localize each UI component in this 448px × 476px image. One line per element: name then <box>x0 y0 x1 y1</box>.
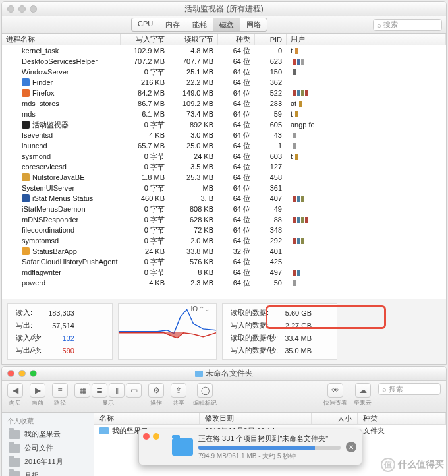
path-button[interactable]: ≡ <box>52 383 68 398</box>
tags-button[interactable]: ◯ <box>197 383 213 398</box>
back-button[interactable]: ◀ <box>7 383 23 398</box>
action-button[interactable]: ⚙ <box>148 383 164 398</box>
window-title: 活动监视器 (所有进程) <box>2 3 446 15</box>
copy-progress-dialog: 正在将 331 个项目拷贝到"未命名文件夹" 794.9 MB/961.1 MB… <box>138 429 362 465</box>
quicklook-button[interactable]: 👁 <box>327 383 343 398</box>
folder-icon <box>9 471 20 477</box>
process-row[interactable]: DesktopServicesHelper707.2 MB707.7 MB64 … <box>2 56 446 67</box>
process-row[interactable]: mds_stores86.7 MB109.2 MB64 位283at <box>2 98 446 109</box>
fcol-name[interactable]: 名称 <box>94 413 200 424</box>
finder-search[interactable]: ⌕搜索 <box>378 383 441 395</box>
share-button[interactable]: ⇪ <box>171 383 186 398</box>
fcol-size[interactable]: 大小 <box>312 413 358 424</box>
sidebar-item[interactable]: 公司文件 <box>2 441 94 455</box>
process-row[interactable]: symptomsd0 字节2.0 MB64 位292 <box>2 235 446 246</box>
dlg-close[interactable] <box>143 433 150 440</box>
sidebar-header: 个人收藏 <box>2 415 94 427</box>
process-name: launchd <box>22 142 47 150</box>
io-graph: IO ⌃⌄ <box>118 303 217 360</box>
process-name: fseventsd <box>22 131 53 139</box>
process-row[interactable]: iStatMenusDaemon0 字节808 KB64 位49 <box>2 204 446 214</box>
process-name: SafariCloudHistoryPushAgent <box>22 258 118 266</box>
process-name: Firefox <box>32 89 55 97</box>
tab-能耗[interactable]: 能耗 <box>186 18 213 32</box>
process-row[interactable]: mDNSResponder0 字节628 KB64 位88 <box>2 214 446 225</box>
footer-stats: 读入:183,303写出:57,514读入/秒:132写出/秒:590 IO ⌃… <box>2 299 446 364</box>
process-name: NutstoreJavaBE <box>32 173 84 181</box>
fcol-date[interactable]: 修改日期 <box>200 413 312 424</box>
graph-selector-icon[interactable]: ⌃⌄ <box>199 305 210 312</box>
view-gallery-button[interactable]: ▭ <box>126 383 142 398</box>
process-name: coreservicesd <box>22 163 67 171</box>
app-icon <box>22 194 30 202</box>
process-name: mds_stores <box>22 100 59 107</box>
process-row[interactable]: kernel_task102.9 MB4.8 MB64 位0t <box>2 45 446 56</box>
process-name: sysmond <box>22 152 51 160</box>
process-row[interactable]: NutstoreJavaBE1.8 MB25.3 MB64 位458 <box>2 172 446 183</box>
finder-sidebar: 个人收藏 我的坚果云公司文件2016年11月月报 <box>2 413 94 476</box>
col-bytes-written[interactable]: 写入字节 <box>121 34 169 45</box>
process-row[interactable]: filecoordinationd0 字节72 KB64 位348 <box>2 225 446 235</box>
finder-titlebar: 未命名文件夹 <box>2 367 446 381</box>
col-user[interactable]: 用户 <box>287 34 446 45</box>
col-pid[interactable]: PID <box>255 34 287 45</box>
col-process-name[interactable]: 进程名称 <box>2 34 121 45</box>
process-row[interactable]: powerd4 KB2.3 MB64 位50 <box>2 278 446 288</box>
copy-detail: 794.9 MB/961.1 MB - 大约 5 秒钟 <box>198 452 341 461</box>
process-name: mdflagwriter <box>22 268 61 276</box>
sidebar-item[interactable]: 2016年11月 <box>2 455 94 469</box>
process-row[interactable]: SystemUIServer0 字节 MB64 位361 <box>2 183 446 193</box>
process-name: SystemUIServer <box>22 184 74 192</box>
progress-bar <box>198 446 341 450</box>
tab-磁盘[interactable]: 磁盘 <box>213 18 240 32</box>
process-row[interactable]: StatusBarApp24 KB33.8 MB32 位401 <box>2 246 446 256</box>
process-row[interactable]: 活动监视器0 字节892 KB64 位605angp fe <box>2 119 446 130</box>
folder-icon <box>9 430 20 439</box>
col-kind[interactable]: 种类 <box>218 34 255 45</box>
process-name: WindowServer <box>22 68 69 76</box>
tab-内存[interactable]: 内存 <box>159 18 186 32</box>
process-row[interactable]: coreservicesd0 字节3.5 MB64 位127 <box>2 162 446 172</box>
app-icon <box>22 78 30 86</box>
process-name: mDNSResponder <box>22 216 78 223</box>
app-icon <box>22 89 30 97</box>
tab-网络[interactable]: 网络 <box>240 18 267 32</box>
sidebar-item[interactable]: 我的坚果云 <box>2 427 94 441</box>
column-headers: 进程名称 写入字节 读取字节 种类 PID 用户 <box>2 34 446 45</box>
process-row[interactable]: mdflagwriter0 字节8 KB64 位497 <box>2 267 446 278</box>
process-row[interactable]: Finder216 KB22.2 MB64 位362 <box>2 77 446 88</box>
process-list: kernel_task102.9 MB4.8 MB64 位0tDesktopSe… <box>2 45 446 299</box>
view-list-button[interactable]: ≣ <box>92 383 107 398</box>
forward-button[interactable]: ▶ <box>30 383 45 398</box>
process-row[interactable]: mds6.1 MB73.4 MB64 位59t <box>2 109 446 119</box>
folder-icon <box>195 371 203 377</box>
watermark: 值什么值得买 <box>381 458 444 472</box>
dlg-min[interactable] <box>153 433 159 440</box>
tab-CPU[interactable]: CPU <box>131 18 159 32</box>
cancel-copy-button[interactable]: ✕ <box>346 442 356 452</box>
titlebar: 活动监视器 (所有进程) <box>2 2 446 16</box>
sidebar-item[interactable]: 月报 <box>2 469 94 476</box>
finder-title: 未命名文件夹 <box>2 368 446 379</box>
view-column-button[interactable]: ⫼ <box>109 383 125 398</box>
process-row[interactable]: SafariCloudHistoryPushAgent0 字节576 KB64 … <box>2 256 446 267</box>
process-row[interactable]: WindowServer0 字节25.1 MB64 位150 <box>2 67 446 77</box>
view-icon-button[interactable]: ▦ <box>74 383 90 398</box>
process-row[interactable]: Firefox84.2 MB149.0 MB64 位522 <box>2 88 446 98</box>
col-bytes-read[interactable]: 读取字节 <box>169 34 218 45</box>
process-name: symptomsd <box>22 237 59 245</box>
process-name: DesktopServicesHelper <box>22 57 98 65</box>
process-name: 活动监视器 <box>32 120 69 130</box>
process-name: StatusBarApp <box>32 247 77 255</box>
search-placeholder: 搜索 <box>383 20 398 30</box>
process-row[interactable]: launchd65.7 MB25.0 MB64 位1 <box>2 140 446 151</box>
search-input[interactable]: ⌕ 搜索 <box>373 19 442 31</box>
process-row[interactable]: fseventsd4 KB3.0 MB64 位43 <box>2 130 446 140</box>
process-name: powerd <box>22 279 45 287</box>
process-row[interactable]: iStat Menus Status460 KB3. B64 位407 <box>2 193 446 204</box>
process-name: filecoordinationd <box>22 226 74 234</box>
nutstore-button[interactable]: ☁ <box>355 383 371 398</box>
process-row[interactable]: sysmond0 字节24 KB64 位603t <box>2 151 446 162</box>
fcol-kind[interactable]: 种类 <box>358 413 446 424</box>
highlight-annotation <box>266 305 386 329</box>
